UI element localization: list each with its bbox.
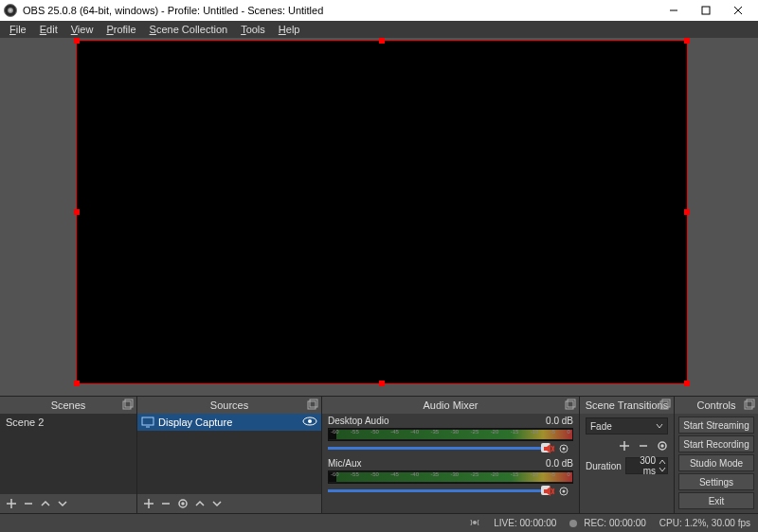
resize-handle[interactable]: [379, 381, 385, 386]
visibility-toggle[interactable]: [302, 416, 317, 429]
settings-button[interactable]: Settings: [678, 473, 754, 490]
rec-label: REC:: [584, 518, 606, 528]
controls-title: Controls: [697, 399, 736, 411]
scenes-toolbar: [0, 494, 136, 513]
preview-area[interactable]: [0, 38, 758, 396]
menu-view[interactable]: View: [65, 23, 99, 36]
audio-meter: -60-55-50-45-40-35-30-25-20-15-10-50: [328, 428, 573, 441]
source-name: Display Capture: [158, 417, 232, 428]
live-time: 00:00:00: [519, 518, 556, 528]
sources-list[interactable]: Display Capture: [137, 414, 321, 494]
source-up-button[interactable]: [194, 498, 206, 509]
svg-point-25: [563, 448, 566, 451]
scene-item[interactable]: Scene 2: [0, 414, 136, 431]
sources-header: Sources: [137, 397, 321, 414]
scene-up-button[interactable]: [40, 498, 51, 509]
remove-transition-button[interactable]: [638, 440, 649, 452]
source-down-button[interactable]: [211, 498, 223, 509]
status-rec: REC: 00:00:00: [569, 518, 645, 528]
scenes-list[interactable]: Scene 2: [0, 414, 136, 494]
transition-select[interactable]: Fade: [586, 417, 668, 434]
transitions-body: Fade Duration 300 ms: [580, 414, 674, 478]
channel-name: Desktop Audio: [328, 416, 389, 426]
resize-handle[interactable]: [74, 38, 80, 44]
channel-name: Mic/Aux: [328, 458, 362, 469]
menu-profile[interactable]: Profile: [100, 23, 141, 36]
spin-down-icon[interactable]: [658, 466, 667, 473]
mixer-body: Desktop Audio 0.0 dB -60-55-50-45-40-35-…: [322, 414, 579, 513]
sources-title: Sources: [210, 399, 248, 411]
window-title: OBS 25.0.8 (64-bit, windows) - Profile: …: [23, 5, 323, 16]
popout-icon[interactable]: [565, 399, 576, 410]
menu-file[interactable]: File: [4, 23, 32, 36]
svg-rect-10: [310, 399, 317, 407]
resize-handle[interactable]: [74, 381, 80, 386]
broadcast-icon: [469, 517, 480, 530]
dock-row: Scenes Scene 2 Sources Display Capture: [0, 396, 758, 513]
popout-icon[interactable]: [122, 399, 134, 410]
menu-scene-collection[interactable]: Scene Collection: [144, 23, 234, 36]
audio-mixer-panel: Audio Mixer Desktop Audio 0.0 dB -60-55-…: [322, 396, 580, 513]
volume-slider[interactable]: [328, 443, 573, 452]
mute-button[interactable]: [543, 443, 554, 456]
window-maximize-button[interactable]: [690, 0, 722, 21]
add-transition-button[interactable]: [619, 440, 630, 452]
duration-spinbox[interactable]: 300 ms: [625, 457, 668, 474]
source-item[interactable]: Display Capture: [137, 414, 321, 431]
svg-point-19: [182, 503, 184, 505]
transitions-panel: Scene Transitions Fade Duration 300 ms: [580, 396, 675, 513]
volume-slider[interactable]: [328, 486, 573, 495]
statusbar: LIVE: 00:00:00 REC: 00:00:00 CPU: 1.2%, …: [0, 513, 758, 532]
transition-properties-button[interactable]: [657, 440, 668, 452]
window-close-button[interactable]: [722, 0, 754, 21]
remove-source-button[interactable]: [160, 498, 171, 509]
chevron-down-icon: [656, 421, 663, 432]
start-recording-button[interactable]: Start Recording: [678, 435, 754, 452]
channel-settings-button[interactable]: [558, 486, 569, 499]
rec-time: 00:00:00: [609, 518, 646, 528]
mute-button[interactable]: [543, 486, 554, 499]
popout-icon[interactable]: [744, 399, 755, 410]
menu-edit[interactable]: Edit: [34, 23, 63, 36]
transition-current: Fade: [590, 421, 612, 432]
scene-down-button[interactable]: [57, 498, 68, 509]
studio-mode-button[interactable]: Studio Mode: [678, 454, 754, 471]
add-source-button[interactable]: [143, 498, 154, 509]
source-properties-button[interactable]: [177, 498, 189, 509]
svg-point-36: [661, 445, 663, 447]
add-scene-button[interactable]: [6, 498, 17, 509]
menu-tools[interactable]: Tools: [235, 23, 271, 36]
popout-icon[interactable]: [659, 399, 671, 410]
transitions-header: Scene Transitions: [580, 397, 674, 414]
exit-button[interactable]: Exit: [678, 492, 754, 509]
transitions-title: Scene Transitions: [586, 399, 668, 411]
start-streaming-button[interactable]: Start Streaming: [678, 417, 754, 434]
menu-help[interactable]: Help: [273, 23, 306, 36]
live-label: LIVE:: [494, 518, 516, 528]
svg-rect-11: [142, 417, 153, 425]
spin-up-icon[interactable]: [658, 458, 667, 466]
audio-meter: -60-55-50-45-40-35-30-25-20-15-10-50: [328, 470, 573, 484]
svg-point-39: [473, 521, 477, 524]
resize-handle[interactable]: [379, 38, 385, 44]
resize-handle[interactable]: [684, 209, 690, 215]
controls-body: Start Streaming Start Recording Studio M…: [675, 414, 758, 512]
channel-level: 0.0 dB: [546, 416, 573, 426]
channel-settings-button[interactable]: [558, 443, 569, 456]
channel-level: 0.0 dB: [546, 458, 573, 469]
preview-canvas[interactable]: [76, 40, 688, 384]
svg-rect-38: [747, 399, 754, 407]
duration-value: 300 ms: [626, 455, 658, 476]
resize-handle[interactable]: [74, 209, 80, 215]
popout-icon[interactable]: [307, 399, 318, 410]
svg-rect-9: [308, 401, 316, 409]
svg-rect-5: [125, 399, 133, 407]
remove-scene-button[interactable]: [23, 498, 34, 509]
duration-label: Duration: [586, 461, 622, 471]
resize-handle[interactable]: [684, 381, 690, 386]
svg-rect-4: [123, 401, 131, 409]
resize-handle[interactable]: [684, 38, 690, 44]
window-minimize-button[interactable]: [658, 0, 690, 21]
scenes-title: Scenes: [51, 399, 86, 411]
controls-header: Controls: [675, 397, 758, 414]
